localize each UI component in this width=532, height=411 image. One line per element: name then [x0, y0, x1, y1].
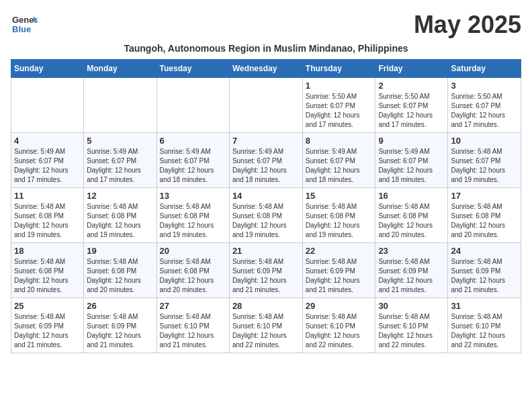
day-number: 14 — [232, 191, 300, 201]
calendar-table: SundayMondayTuesdayWednesdayThursdayFrid… — [11, 59, 521, 353]
calendar-cell: 31Sunrise: 5:48 AMSunset: 6:10 PMDayligh… — [448, 298, 521, 353]
day-number: 30 — [378, 301, 445, 311]
calendar-week-row: 11Sunrise: 5:48 AMSunset: 6:08 PMDayligh… — [11, 188, 521, 243]
calendar-cell: 1Sunrise: 5:50 AMSunset: 6:07 PMDaylight… — [302, 78, 375, 133]
header: General Blue May 2025 — [11, 11, 521, 40]
day-info: Sunrise: 5:48 AMSunset: 6:08 PMDaylight:… — [87, 257, 153, 295]
calendar-cell: 26Sunrise: 5:48 AMSunset: 6:09 PMDayligh… — [84, 298, 157, 353]
calendar-cell: 3Sunrise: 5:50 AMSunset: 6:07 PMDaylight… — [448, 78, 521, 133]
calendar-cell: 21Sunrise: 5:48 AMSunset: 6:09 PMDayligh… — [229, 243, 302, 298]
day-number: 7 — [232, 136, 300, 146]
day-info: Sunrise: 5:48 AMSunset: 6:09 PMDaylight:… — [451, 257, 518, 295]
calendar-cell: 6Sunrise: 5:49 AMSunset: 6:07 PMDaylight… — [157, 133, 229, 188]
calendar-cell: 17Sunrise: 5:48 AMSunset: 6:08 PMDayligh… — [448, 188, 521, 243]
day-number: 4 — [14, 136, 81, 146]
day-info: Sunrise: 5:48 AMSunset: 6:09 PMDaylight:… — [378, 257, 445, 295]
calendar-cell: 24Sunrise: 5:48 AMSunset: 6:09 PMDayligh… — [448, 243, 521, 298]
day-header-thursday: Thursday — [302, 60, 375, 78]
day-info: Sunrise: 5:48 AMSunset: 6:08 PMDaylight:… — [87, 202, 153, 240]
day-header-sunday: Sunday — [11, 60, 84, 78]
day-number: 20 — [160, 246, 226, 256]
calendar-cell — [157, 78, 229, 133]
day-number: 12 — [87, 191, 153, 201]
day-info: Sunrise: 5:50 AMSunset: 6:07 PMDaylight:… — [306, 92, 373, 130]
day-number: 29 — [306, 301, 373, 311]
calendar-cell: 30Sunrise: 5:48 AMSunset: 6:10 PMDayligh… — [375, 298, 448, 353]
logo-graphic: General Blue — [11, 11, 38, 40]
day-info: Sunrise: 5:48 AMSunset: 6:08 PMDaylight:… — [306, 202, 373, 240]
calendar-week-row: 25Sunrise: 5:48 AMSunset: 6:09 PMDayligh… — [11, 298, 521, 353]
day-info: Sunrise: 5:48 AMSunset: 6:10 PMDaylight:… — [232, 312, 300, 350]
day-info: Sunrise: 5:49 AMSunset: 6:07 PMDaylight:… — [232, 147, 300, 185]
calendar-week-row: 4Sunrise: 5:49 AMSunset: 6:07 PMDaylight… — [11, 133, 521, 188]
day-info: Sunrise: 5:48 AMSunset: 6:08 PMDaylight:… — [160, 202, 226, 240]
day-number: 24 — [451, 246, 518, 256]
day-info: Sunrise: 5:48 AMSunset: 6:07 PMDaylight:… — [451, 147, 518, 185]
day-number: 31 — [451, 301, 518, 311]
day-info: Sunrise: 5:49 AMSunset: 6:07 PMDaylight:… — [378, 147, 445, 185]
calendar-cell: 11Sunrise: 5:48 AMSunset: 6:08 PMDayligh… — [11, 188, 84, 243]
calendar-cell: 10Sunrise: 5:48 AMSunset: 6:07 PMDayligh… — [448, 133, 521, 188]
day-info: Sunrise: 5:48 AMSunset: 6:08 PMDaylight:… — [14, 202, 81, 240]
logo: General Blue — [11, 11, 38, 40]
calendar-week-row: 1Sunrise: 5:50 AMSunset: 6:07 PMDaylight… — [11, 78, 521, 133]
calendar-cell: 18Sunrise: 5:48 AMSunset: 6:08 PMDayligh… — [11, 243, 84, 298]
calendar-cell: 4Sunrise: 5:49 AMSunset: 6:07 PMDaylight… — [11, 133, 84, 188]
svg-text:Blue: Blue — [12, 24, 31, 34]
day-info: Sunrise: 5:48 AMSunset: 6:09 PMDaylight:… — [14, 312, 81, 350]
day-number: 22 — [306, 246, 373, 256]
calendar-cell: 9Sunrise: 5:49 AMSunset: 6:07 PMDaylight… — [375, 133, 448, 188]
day-info: Sunrise: 5:50 AMSunset: 6:07 PMDaylight:… — [378, 92, 445, 130]
calendar-cell — [229, 78, 302, 133]
calendar-cell: 20Sunrise: 5:48 AMSunset: 6:08 PMDayligh… — [157, 243, 229, 298]
day-number: 17 — [451, 191, 518, 201]
calendar-header-row: SundayMondayTuesdayWednesdayThursdayFrid… — [11, 60, 521, 78]
day-number: 9 — [378, 136, 445, 146]
day-number: 11 — [14, 191, 81, 201]
day-info: Sunrise: 5:50 AMSunset: 6:07 PMDaylight:… — [451, 92, 518, 130]
day-info: Sunrise: 5:48 AMSunset: 6:09 PMDaylight:… — [306, 257, 373, 295]
day-info: Sunrise: 5:49 AMSunset: 6:07 PMDaylight:… — [87, 147, 153, 185]
calendar-cell — [11, 78, 84, 133]
calendar-cell: 5Sunrise: 5:49 AMSunset: 6:07 PMDaylight… — [84, 133, 157, 188]
day-info: Sunrise: 5:48 AMSunset: 6:10 PMDaylight:… — [306, 312, 373, 350]
day-header-saturday: Saturday — [448, 60, 521, 78]
calendar-cell: 8Sunrise: 5:49 AMSunset: 6:07 PMDaylight… — [302, 133, 375, 188]
calendar-cell: 14Sunrise: 5:48 AMSunset: 6:08 PMDayligh… — [229, 188, 302, 243]
day-number: 13 — [160, 191, 226, 201]
day-number: 10 — [451, 136, 518, 146]
day-number: 23 — [378, 246, 445, 256]
day-number: 21 — [232, 246, 300, 256]
day-number: 1 — [306, 81, 373, 91]
calendar-week-row: 18Sunrise: 5:48 AMSunset: 6:08 PMDayligh… — [11, 243, 521, 298]
calendar-cell: 12Sunrise: 5:48 AMSunset: 6:08 PMDayligh… — [84, 188, 157, 243]
day-number: 25 — [14, 301, 81, 311]
day-info: Sunrise: 5:49 AMSunset: 6:07 PMDaylight:… — [306, 147, 373, 185]
day-number: 15 — [306, 191, 373, 201]
day-number: 28 — [232, 301, 300, 311]
calendar-cell: 29Sunrise: 5:48 AMSunset: 6:10 PMDayligh… — [302, 298, 375, 353]
day-info: Sunrise: 5:48 AMSunset: 6:08 PMDaylight:… — [14, 257, 81, 295]
day-number: 16 — [378, 191, 445, 201]
day-info: Sunrise: 5:49 AMSunset: 6:07 PMDaylight:… — [160, 147, 226, 185]
calendar-cell: 27Sunrise: 5:48 AMSunset: 6:10 PMDayligh… — [157, 298, 229, 353]
calendar-cell: 19Sunrise: 5:48 AMSunset: 6:08 PMDayligh… — [84, 243, 157, 298]
calendar-cell: 28Sunrise: 5:48 AMSunset: 6:10 PMDayligh… — [229, 298, 302, 353]
day-number: 8 — [306, 136, 373, 146]
month-title: May 2025 — [414, 11, 521, 39]
day-number: 5 — [87, 136, 153, 146]
day-info: Sunrise: 5:49 AMSunset: 6:07 PMDaylight:… — [14, 147, 81, 185]
day-info: Sunrise: 5:48 AMSunset: 6:10 PMDaylight:… — [160, 312, 226, 350]
day-number: 26 — [87, 301, 153, 311]
day-info: Sunrise: 5:48 AMSunset: 6:10 PMDaylight:… — [451, 312, 518, 350]
calendar-cell: 16Sunrise: 5:48 AMSunset: 6:08 PMDayligh… — [375, 188, 448, 243]
day-header-tuesday: Tuesday — [157, 60, 229, 78]
day-number: 6 — [160, 136, 226, 146]
day-info: Sunrise: 5:48 AMSunset: 6:08 PMDaylight:… — [378, 202, 445, 240]
day-info: Sunrise: 5:48 AMSunset: 6:09 PMDaylight:… — [87, 312, 153, 350]
calendar-subtitle: Taungoh, Autonomous Region in Muslim Min… — [11, 43, 521, 54]
day-header-wednesday: Wednesday — [229, 60, 302, 78]
calendar-cell: 2Sunrise: 5:50 AMSunset: 6:07 PMDaylight… — [375, 78, 448, 133]
day-header-friday: Friday — [375, 60, 448, 78]
day-number: 18 — [14, 246, 81, 256]
